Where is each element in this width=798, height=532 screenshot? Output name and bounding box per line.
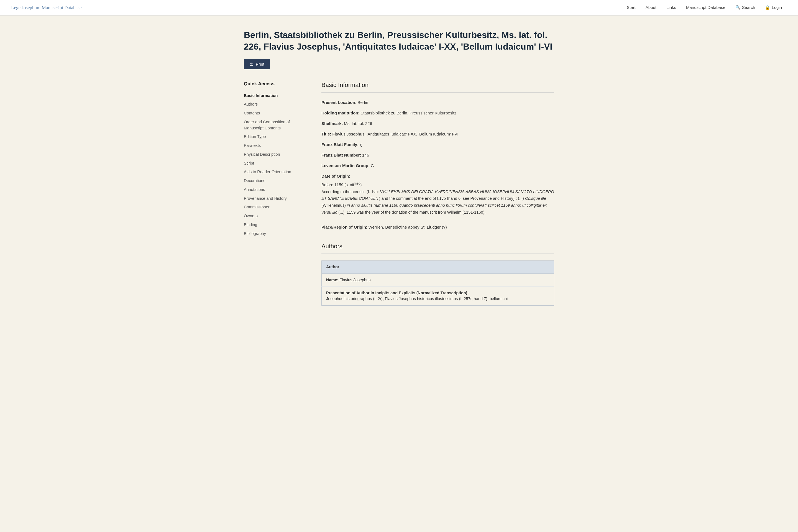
franz-blatt-family-label: Franz Blatt Family: xyxy=(321,142,359,147)
date-of-origin-block: Date of Origin: Before 1159 (s. xiimed).… xyxy=(321,173,554,215)
franz-blatt-number-value: 146 xyxy=(362,153,369,157)
sidebar-item-commissioner[interactable]: Commissioner xyxy=(244,203,310,212)
sidebar-item-authors[interactable]: Authors xyxy=(244,100,310,109)
nav-link-search[interactable]: 🔍 Search xyxy=(730,0,760,16)
table-row: Name: Flavius Josephus xyxy=(322,273,554,286)
printer-icon: 🖶 xyxy=(249,62,253,66)
author-name-row: Name: Flavius Josephus xyxy=(326,277,549,283)
sidebar: Quick Access Basic Information Authors C… xyxy=(244,80,310,238)
place-region-value: Werden, Benedictine abbey St. Liudger (?… xyxy=(368,225,447,229)
shelfmark-row: Shelfmark: Ms. lat. fol. 226 xyxy=(321,120,554,127)
print-button[interactable]: 🖶 Print xyxy=(244,59,270,69)
basic-information-section: Basic Information Present Location: Berl… xyxy=(321,80,554,230)
authors-table-body: Name: Flavius Josephus Presentation of A… xyxy=(322,273,554,305)
sidebar-item-bibliography[interactable]: Bibliography xyxy=(244,229,310,238)
author-presentation-value: Josephus historiographus (f. 2r), Flaviu… xyxy=(326,297,508,301)
sidebar-item-physical-description[interactable]: Physical Description xyxy=(244,150,310,159)
sidebar-item-basic-information[interactable]: Basic Information xyxy=(244,92,310,100)
author-presentation-label-row: Presentation of Author in Incipits and E… xyxy=(326,290,549,296)
search-label: Search xyxy=(742,4,755,11)
date-of-origin-label: Date of Origin: xyxy=(321,174,350,178)
place-region-label: Place/Region of Origin: xyxy=(321,225,367,229)
sidebar-item-contents[interactable]: Contents xyxy=(244,109,310,118)
present-location-label: Present Location: xyxy=(321,100,357,105)
sidebar-item-paratexts[interactable]: Paratexts xyxy=(244,141,310,150)
sidebar-item-aids-to-reader[interactable]: Aids to Reader Orientation xyxy=(244,168,310,176)
nav-link-about[interactable]: About xyxy=(641,0,661,16)
title-value: Flavius Josephus, 'Antiquitates Iudaicae… xyxy=(332,132,458,136)
date-of-origin-text: Before 1159 (s. xiimed). According to th… xyxy=(321,180,554,215)
place-region-row: Place/Region of Origin: Werden, Benedict… xyxy=(321,224,554,230)
author-name-label: Name: xyxy=(326,278,338,282)
page-title: Berlin, Staatsbibliothek zu Berlin, Preu… xyxy=(244,30,554,52)
franz-blatt-number-row: Franz Blatt Number: 146 xyxy=(321,152,554,158)
author-presentation-value-row: Josephus historiographus (f. 2r), Flaviu… xyxy=(326,296,549,302)
sidebar-item-decorations[interactable]: Decorations xyxy=(244,176,310,185)
date-sup: med xyxy=(354,182,360,185)
content-area: Basic Information Present Location: Berl… xyxy=(321,80,554,306)
date-text1: According to the acrostic (f. 1vb: xyxy=(321,190,380,194)
print-label: Print xyxy=(256,62,264,66)
sidebar-item-script[interactable]: Script xyxy=(244,159,310,168)
author-name-value: Flavius Josephus xyxy=(339,278,370,282)
sidebar-item-owners[interactable]: Owners xyxy=(244,212,310,221)
sidebar-item-annotations[interactable]: Annotations xyxy=(244,185,310,194)
date-italic1: Obiitque ille xyxy=(525,196,546,201)
shelfmark-label: Shelfmark: xyxy=(321,121,343,126)
nav-brand[interactable]: Lege Josephum Manuscript Database xyxy=(11,4,81,11)
nav-link-manuscript-database[interactable]: Manuscript Database xyxy=(681,0,730,16)
login-label: Login xyxy=(772,4,782,11)
levenson-martin-value: G xyxy=(371,163,374,168)
search-icon: 🔍 xyxy=(735,4,741,11)
levenson-martin-label: Levenson-Martin Group: xyxy=(321,163,369,168)
shelfmark-value: Ms. lat. fol. 226 xyxy=(344,121,372,126)
title-row: Title: Flavius Josephus, 'Antiquitates I… xyxy=(321,131,554,137)
authors-table-header-cell: Author xyxy=(322,261,554,274)
authors-table: Author Name: Flavius Josephus xyxy=(321,261,554,306)
date-post: ). xyxy=(360,183,363,187)
present-location-value: Berlin xyxy=(358,100,368,105)
sidebar-title: Quick Access xyxy=(244,80,310,88)
author-name-cell: Name: Flavius Josephus xyxy=(322,273,554,286)
author-presentation-cell: Presentation of Author in Incipits and E… xyxy=(322,286,554,306)
sidebar-item-edition-type[interactable]: Edition Type xyxy=(244,132,310,141)
holding-institution-label: Holding Institution: xyxy=(321,111,359,115)
sidebar-item-provenance-history[interactable]: Provenance and History xyxy=(244,194,310,203)
basic-information-header: Basic Information xyxy=(321,80,554,93)
nav-link-start[interactable]: Start xyxy=(622,0,641,16)
sidebar-item-binding[interactable]: Binding xyxy=(244,221,310,229)
date-pre: Before 1159 (s. xii xyxy=(321,183,354,187)
franz-blatt-family-value: χ xyxy=(360,142,362,147)
authors-section: Authors Author Name: Flavius Josephu xyxy=(321,242,554,306)
date-of-origin-heading: Date of Origin: xyxy=(321,173,554,179)
page-container: Berlin, Staatsbibliothek zu Berlin, Preu… xyxy=(233,16,565,320)
date-text3: (Willehelmus) xyxy=(321,203,347,208)
authors-header: Authors xyxy=(321,242,554,254)
nav-link-login[interactable]: 🔒 Login xyxy=(760,0,787,16)
title-label: Title: xyxy=(321,132,331,136)
levenson-martin-row: Levenson-Martin Group: G xyxy=(321,163,554,169)
navigation: Lege Josephum Manuscript Database Start … xyxy=(0,0,798,16)
author-presentation-label: Presentation of Author in Incipits and E… xyxy=(326,291,469,295)
franz-blatt-number-label: Franz Blatt Number: xyxy=(321,153,361,157)
date-text2: ) and the comment at the end of f.1vb (h… xyxy=(379,196,525,201)
authors-table-header-row: Author xyxy=(322,261,554,274)
franz-blatt-family-row: Franz Blatt Family: χ xyxy=(321,141,554,148)
sidebar-item-order-composition[interactable]: Order and Composition of Manuscript Cont… xyxy=(244,118,310,133)
nav-link-links[interactable]: Links xyxy=(661,0,681,16)
authors-table-head: Author xyxy=(322,261,554,274)
table-row: Presentation of Author in Incipits and E… xyxy=(322,286,554,306)
present-location-row: Present Location: Berlin xyxy=(321,99,554,106)
date-text4: (...). 1159 was the year of the donation… xyxy=(337,210,486,214)
holding-institution-value: Staatsbibliothek zu Berlin, Preussischer… xyxy=(360,111,456,115)
holding-institution-row: Holding Institution: Staatsbibliothek zu… xyxy=(321,110,554,116)
main-layout: Quick Access Basic Information Authors C… xyxy=(244,80,554,306)
nav-links: Start About Links Manuscript Database 🔍 … xyxy=(622,0,787,16)
login-icon: 🔒 xyxy=(765,4,770,11)
